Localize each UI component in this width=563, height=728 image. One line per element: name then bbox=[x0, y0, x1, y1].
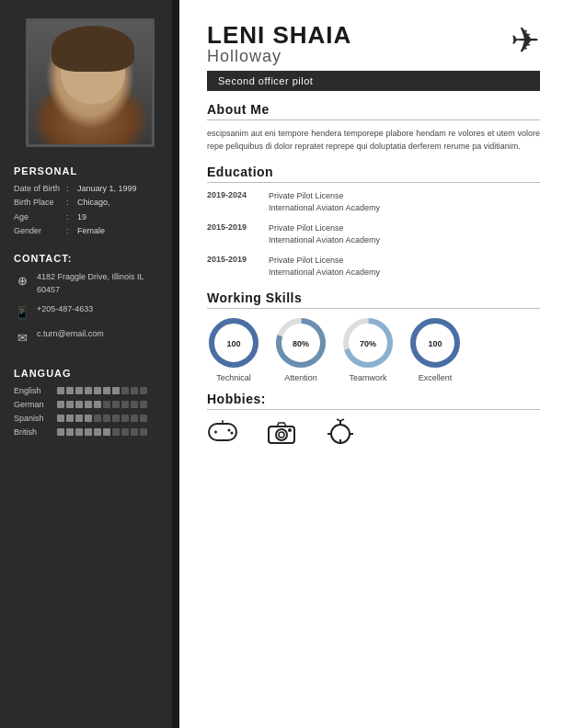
edu-years-3: 2015-2019 bbox=[207, 255, 258, 279]
name-header: LENI SHAIA Holloway ✈ bbox=[207, 23, 540, 66]
name-block: LENI SHAIA Holloway bbox=[207, 23, 351, 66]
edu-years-1: 2019-2024 bbox=[207, 190, 258, 215]
age-value: 19 bbox=[77, 210, 86, 224]
job-title: Second officer pilot bbox=[218, 75, 313, 86]
skill-technical-label: Technical bbox=[216, 373, 251, 382]
personal-title: PERSONAL bbox=[14, 165, 166, 176]
svg-point-20 bbox=[288, 428, 292, 432]
svg-text:100: 100 bbox=[428, 339, 442, 348]
dob-value: January 1, 1999 bbox=[77, 182, 137, 196]
edu-desc-2: Private Pilot License International Avia… bbox=[269, 222, 380, 247]
lang-spanish-label: Spanish bbox=[14, 414, 52, 423]
address-text: 4182 Fraggle Drive, Illinois IL 60457 bbox=[37, 271, 166, 296]
dob-label: Date of Birth bbox=[14, 182, 64, 196]
address-icon: ⊕ bbox=[14, 272, 30, 289]
svg-point-19 bbox=[279, 432, 284, 438]
skills-section: Working Skills 100 Technical bbox=[207, 290, 540, 382]
phone-item: 📱 +205-487-4633 bbox=[14, 303, 166, 321]
cooking-icon bbox=[325, 417, 356, 451]
lang-spanish: Spanish bbox=[14, 414, 166, 423]
contact-section: CONTACT: ⊕ 4182 Fraggle Drive, Illinois … bbox=[0, 244, 179, 358]
phone-text: +205-487-4633 bbox=[37, 303, 93, 316]
job-title-bar: Second officer pilot bbox=[207, 71, 540, 91]
lang-german-label: German bbox=[14, 400, 52, 409]
address-item: ⊕ 4182 Fraggle Drive, Illinois IL 60457 bbox=[14, 271, 166, 296]
hobbies-title: Hobbies: bbox=[207, 392, 540, 410]
edu-desc-1: Private Pilot License International Avia… bbox=[269, 190, 380, 215]
hobbies-section: Hobbies: bbox=[207, 392, 540, 451]
age-label: Age bbox=[14, 210, 64, 224]
email-item: ✉ c.turn@email.com bbox=[14, 328, 166, 346]
education-title: Education bbox=[207, 165, 540, 183]
lang-english-dots bbox=[57, 387, 147, 394]
about-section: About Me escipsanim aut eni tempore hend… bbox=[207, 102, 540, 154]
sidebar-accent-bar bbox=[172, 0, 179, 728]
birthplace-value: Chicago, bbox=[77, 196, 110, 210]
skill-teamwork-label: Teamwork bbox=[349, 373, 386, 382]
gaming-icon bbox=[207, 418, 238, 450]
svg-text:80%: 80% bbox=[293, 339, 309, 348]
lang-british-label: British bbox=[14, 427, 52, 437]
svg-text:70%: 70% bbox=[360, 339, 376, 348]
skill-attention-circle: 80% bbox=[274, 316, 327, 370]
gender-value: Female bbox=[77, 224, 105, 238]
edu-years-2: 2015-2019 bbox=[207, 222, 258, 247]
edu-item-1: 2019-2024 Private Pilot License Internat… bbox=[207, 190, 540, 215]
lang-spanish-dots bbox=[57, 415, 147, 422]
phone-icon: 📱 bbox=[14, 304, 30, 321]
svg-line-27 bbox=[340, 419, 344, 421]
svg-point-15 bbox=[228, 428, 231, 431]
language-title: LANGUAG bbox=[14, 368, 166, 379]
lang-british-dots bbox=[57, 428, 147, 436]
education-section: Education 2019-2024 Private Pilot Licens… bbox=[207, 165, 540, 279]
svg-point-16 bbox=[231, 431, 234, 434]
gender-label: Gender bbox=[14, 224, 64, 238]
camera-icon bbox=[266, 418, 297, 450]
first-name: LENI SHAIA bbox=[207, 23, 351, 47]
skill-attention: 80% Attention bbox=[274, 316, 327, 382]
svg-point-18 bbox=[276, 429, 287, 440]
skill-excellent-circle: 100 bbox=[408, 316, 462, 370]
lang-german-dots bbox=[57, 401, 147, 408]
email-icon: ✉ bbox=[14, 329, 30, 346]
last-name: Holloway bbox=[207, 47, 351, 66]
svg-line-26 bbox=[337, 419, 340, 421]
birthplace-row: Birth Place : Chicago, bbox=[14, 196, 166, 210]
edu-item-2: 2015-2019 Private Pilot License Internat… bbox=[207, 222, 540, 247]
about-title: About Me bbox=[207, 102, 540, 120]
skill-technical-circle: 100 bbox=[207, 316, 260, 370]
language-section: LANGUAG English German bbox=[0, 358, 179, 447]
main-content: LENI SHAIA Holloway ✈ Second officer pil… bbox=[179, 0, 563, 728]
lang-british: British bbox=[14, 427, 166, 437]
skills-circles: 100 Technical 80% Attention bbox=[207, 316, 540, 382]
airplane-icon: ✈ bbox=[511, 23, 540, 58]
lang-german: German bbox=[14, 400, 166, 409]
about-text: escipsanim aut eni tempore hendera tempo… bbox=[207, 128, 540, 154]
dob-row: Date of Birth : January 1, 1999 bbox=[14, 182, 166, 196]
age-row: Age : 19 bbox=[14, 210, 166, 224]
skill-teamwork-circle: 70% bbox=[341, 316, 395, 370]
sidebar: PERSONAL Date of Birth : January 1, 1999… bbox=[0, 0, 179, 728]
edu-desc-3: Private Pilot License International Avia… bbox=[269, 255, 380, 279]
skill-excellent: 100 Excellent bbox=[408, 316, 462, 382]
birthplace-label: Birth Place bbox=[14, 196, 64, 210]
svg-text:100: 100 bbox=[226, 339, 240, 348]
edu-item-3: 2015-2019 Private Pilot License Internat… bbox=[207, 255, 540, 279]
profile-photo bbox=[26, 18, 155, 147]
contact-title: CONTACT: bbox=[14, 253, 166, 264]
hobbies-icons bbox=[207, 417, 540, 451]
skill-excellent-label: Excellent bbox=[419, 373, 453, 382]
skill-attention-label: Attention bbox=[284, 373, 317, 382]
skills-title: Working Skills bbox=[207, 290, 540, 309]
skill-teamwork: 70% Teamwork bbox=[341, 316, 395, 382]
skill-technical: 100 Technical bbox=[207, 316, 260, 382]
email-text: c.turn@email.com bbox=[37, 328, 104, 341]
personal-info: Date of Birth : January 1, 1999 Birth Pl… bbox=[14, 182, 166, 238]
lang-english-label: English bbox=[14, 386, 52, 395]
lang-english: English bbox=[14, 386, 166, 395]
gender-row: Gender : Female bbox=[14, 224, 166, 238]
personal-section: PERSONAL Date of Birth : January 1, 1999… bbox=[0, 156, 179, 244]
